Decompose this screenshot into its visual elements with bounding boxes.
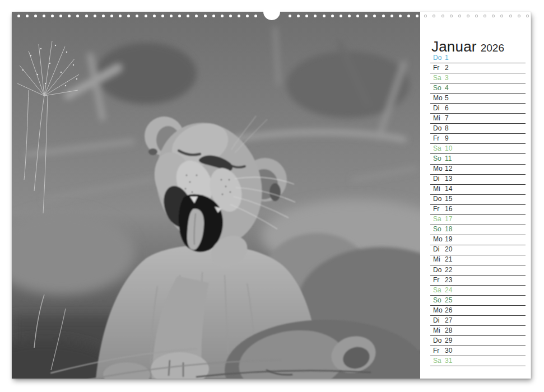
binding-hole (85, 15, 88, 17)
weekday-abbr: Mi (433, 326, 445, 334)
day-number: 29 (445, 337, 452, 344)
binding-hole (518, 15, 520, 17)
binding-hole (68, 15, 71, 17)
day-row: Mo 19 (430, 235, 526, 245)
day-number: 24 (445, 286, 452, 294)
day-number: 28 (445, 326, 452, 334)
day-row: Di 27 (430, 316, 526, 326)
binding-hole (467, 15, 469, 17)
day-row: Sa 24 (430, 286, 526, 296)
day-row: Fr 30 (430, 346, 526, 356)
day-number: 31 (445, 357, 452, 365)
day-row: Fr 16 (430, 205, 526, 215)
day-row: Di 20 (430, 245, 526, 255)
binding-hole (382, 15, 385, 17)
binding-hole (246, 15, 249, 17)
binding-hole (305, 15, 308, 17)
day-row: Sa 10 (430, 144, 526, 154)
day-row: Mo 12 (430, 165, 526, 175)
binding-hole (407, 15, 410, 17)
day-number: 1 (445, 54, 449, 62)
day-row: Do 29 (430, 336, 526, 346)
binding-hole (195, 15, 198, 17)
calendar-panel: Januar 2026 Do 1 Fr 2 Sa 3 So 4 Mo 5 Di … (420, 12, 531, 379)
binding-hole (365, 15, 368, 17)
binding-hole (136, 15, 138, 17)
binding-hole (187, 15, 189, 17)
day-number: 27 (445, 316, 452, 324)
day-row: Fr 2 (430, 63, 526, 73)
day-row: Fr 9 (430, 134, 526, 144)
binding-hole (399, 15, 402, 17)
weekday-abbr: Sa (433, 74, 445, 82)
weekday-abbr: So (433, 225, 445, 233)
day-number: 12 (445, 165, 452, 172)
weekday-abbr: Sa (433, 144, 445, 152)
weekday-abbr: Fr (433, 276, 445, 284)
year-label: 2026 (481, 42, 504, 54)
hanger-notch-icon (263, 3, 280, 20)
binding-hole (119, 15, 122, 17)
calendar-mockup: Januar 2026 Do 1 Fr 2 Sa 3 So 4 Mo 5 Di … (0, 0, 544, 392)
binding-hole (170, 15, 173, 17)
binding-hole (475, 15, 478, 17)
day-number: 13 (445, 175, 452, 183)
day-row: Mo 26 (430, 306, 526, 316)
weekday-abbr: Fr (433, 64, 445, 72)
weekday-abbr: Do (433, 195, 445, 203)
day-row: Sa 31 (430, 356, 526, 366)
day-number: 20 (445, 245, 452, 253)
day-number: 18 (445, 225, 452, 233)
day-row: Mo 5 (430, 94, 526, 104)
binding-hole (526, 15, 529, 17)
binding-hole (331, 15, 334, 17)
day-number: 3 (445, 74, 449, 82)
weekday-abbr: Mi (433, 114, 445, 122)
weekday-abbr: Mo (433, 306, 445, 314)
day-number: 8 (445, 124, 449, 132)
binding-hole (59, 15, 62, 17)
day-row: Sa 3 (430, 73, 526, 83)
binding-hole (289, 15, 291, 17)
binding-hole (509, 15, 512, 17)
day-number: 25 (445, 296, 452, 304)
day-number: 5 (445, 94, 449, 102)
weekday-abbr: Sa (433, 357, 445, 365)
binding-hole (424, 15, 427, 17)
binding-hole (127, 15, 130, 17)
binding-hole (458, 15, 461, 17)
weekday-abbr: Mi (433, 255, 445, 263)
day-number: 16 (445, 205, 452, 213)
binding-hole (43, 15, 45, 17)
weekday-abbr: Sa (433, 286, 445, 294)
binding-hole (500, 15, 503, 17)
binding-hole (373, 15, 376, 17)
binding-hole (145, 15, 147, 17)
day-number: 7 (445, 114, 449, 122)
lion-photo (12, 12, 420, 379)
binding-hole (212, 15, 215, 17)
binding-hole (76, 15, 79, 17)
calendar-page: Januar 2026 Do 1 Fr 2 Sa 3 So 4 Mo 5 Di … (12, 12, 531, 379)
binding-hole (161, 15, 164, 17)
binding-hole (390, 15, 393, 17)
day-number: 4 (445, 84, 449, 92)
binding-hole (297, 15, 300, 17)
weekday-abbr: Di (433, 104, 445, 112)
weekday-abbr: Fr (433, 347, 445, 354)
weekday-abbr: Do (433, 54, 445, 62)
day-row: Di 13 (430, 175, 526, 185)
binding-hole (51, 15, 54, 17)
weekday-abbr: Do (433, 266, 445, 274)
weekday-abbr: Mo (433, 235, 445, 243)
weekday-abbr: Di (433, 316, 445, 324)
binding-hole (17, 15, 20, 17)
day-row: So 18 (430, 225, 526, 235)
weekday-abbr: Sa (433, 215, 445, 223)
binding-hole (26, 15, 29, 17)
binding-hole (492, 15, 495, 17)
weekday-abbr: Di (433, 245, 445, 253)
binding-hole (314, 15, 317, 17)
lion-photo-graphic (12, 12, 420, 379)
binding-hole (229, 15, 232, 17)
